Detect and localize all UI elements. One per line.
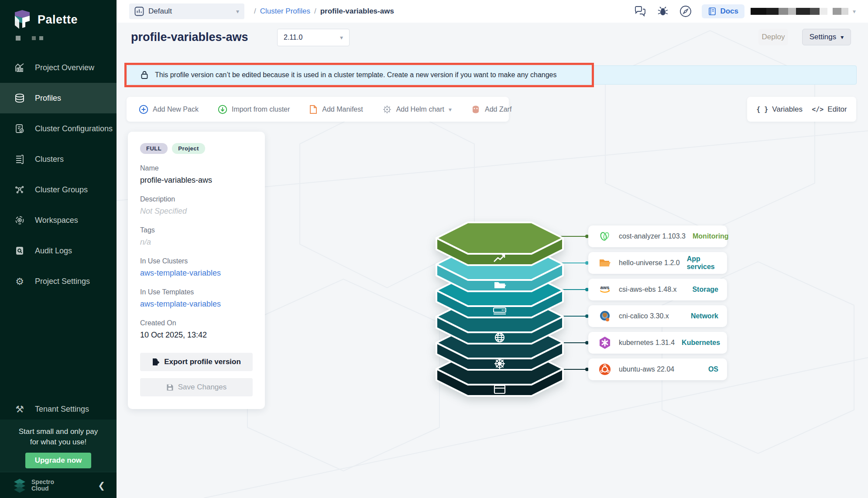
chevron-down-icon: ▾ (236, 8, 239, 15)
field-created-on: Created On 10 Oct 2025, 13:42 (140, 319, 253, 340)
version-value: 2.11.0 (284, 34, 340, 41)
save-changes-button[interactable]: Save Changes (140, 378, 253, 396)
deploy-button[interactable]: Deploy (758, 29, 788, 45)
ubuntu-icon (598, 362, 612, 376)
circle-down-arrow-icon (218, 105, 227, 114)
compass-icon[interactable] (679, 5, 692, 18)
editor-button[interactable]: </> Editor (812, 105, 847, 114)
upgrade-now-button[interactable]: Upgrade now (25, 453, 92, 468)
import-from-cluster-button[interactable]: Import from cluster (218, 105, 290, 114)
redacted-user-info[interactable] (751, 8, 848, 15)
add-zarf-button[interactable]: Add Zarf (471, 105, 511, 114)
search-doc-icon (14, 245, 25, 256)
docs-button[interactable]: Docs (702, 4, 744, 18)
view-toggle-card: { } Variables </> Editor (747, 97, 856, 122)
readonly-notice-banner: This profile version can’t be edited bec… (127, 65, 857, 85)
chat-icon[interactable] (634, 5, 647, 18)
nodes-icon (14, 184, 25, 195)
chevron-down-icon: ▾ (340, 34, 343, 41)
svg-text:aws: aws (600, 285, 610, 290)
file-icon (309, 105, 318, 114)
pack-row-hello-universe[interactable]: hello-universe 1.2.0 App services (588, 252, 727, 274)
sidebar-nav: Project Overview Profiles Cluster Config… (0, 52, 117, 297)
pack-row-ubuntu-aws[interactable]: ubuntu-aws 22.04 OS (588, 358, 727, 380)
settings-button[interactable]: Settings ▾ (802, 29, 851, 45)
kubecost-icon (598, 229, 612, 243)
sidebar-item-label: Tenant Settings (35, 405, 89, 414)
in-use-template-link[interactable]: aws-template-variables (140, 300, 253, 309)
bug-icon[interactable] (656, 5, 669, 18)
pack-row-csi-aws-ebs[interactable]: aws csi-aws-ebs 1.48.x Storage (588, 279, 727, 300)
chevron-down-icon: ▾ (841, 34, 844, 41)
sidebar-item-workspaces[interactable]: Workspaces (0, 205, 117, 235)
sidebar-item-label: Audit Logs (35, 246, 72, 256)
pack-category: Monitoring (693, 232, 729, 240)
helm-wheel-icon (494, 358, 505, 369)
version-selector[interactable]: 2.11.0 ▾ (277, 29, 350, 46)
code-icon: </> (812, 106, 823, 113)
sidebar-item-cluster-configurations[interactable]: Cluster Configurations (0, 113, 117, 144)
doc-check-icon (14, 123, 25, 134)
sidebar: Palette Project Overview Profiles (0, 0, 117, 498)
pack-row-cni-calico[interactable]: cni-calico 3.30.x Network (588, 305, 727, 327)
palette-logo: Palette (13, 10, 78, 30)
promo-text-line2: for what you use! (0, 437, 117, 447)
user-menu-chevron-icon[interactable]: ▾ (853, 8, 856, 15)
add-manifest-button[interactable]: Add Manifest (309, 105, 363, 114)
pack-category: App services (687, 255, 718, 271)
sidebar-item-label: Cluster Configurations (35, 124, 113, 133)
in-use-cluster-link[interactable]: aws-template-variables (140, 269, 253, 278)
settings-label: Settings (810, 33, 836, 41)
pack-category: Storage (692, 286, 718, 293)
variables-button[interactable]: { } Variables (756, 105, 803, 114)
sidebar-item-profiles[interactable]: Profiles (0, 83, 117, 113)
calico-icon (598, 309, 612, 323)
save-icon (166, 384, 174, 391)
sidebar-item-label: Profiles (35, 94, 61, 103)
sidebar-collapse-chevron-icon[interactable]: ❮ (98, 480, 105, 491)
kubernetes-icon (598, 336, 612, 350)
sidebar-item-label: Project Settings (35, 277, 90, 286)
sidebar-item-project-overview[interactable]: Project Overview (0, 52, 117, 83)
chevron-down-icon: ▾ (449, 106, 452, 113)
pack-category: Network (691, 312, 718, 320)
sidebar-item-audit-logs[interactable]: Audit Logs (0, 235, 117, 266)
field-in-use-clusters: In Use Clusters aws-template-variables (140, 257, 253, 278)
breadcrumb-link-cluster-profiles[interactable]: Cluster Profiles (260, 7, 310, 16)
stack-layer-monitoring[interactable] (436, 222, 563, 265)
sidebar-item-project-settings[interactable]: Project Settings (0, 266, 117, 297)
logo-text: Palette (38, 13, 78, 27)
sidebar-item-label: Workspaces (35, 216, 78, 225)
spectro-cloud-logo-icon (12, 478, 27, 493)
add-helm-chart-button[interactable]: Add Helm chart ▾ (382, 105, 452, 114)
breadcrumb-separator: / (254, 7, 256, 16)
sidebar-item-cluster-groups[interactable]: Cluster Groups (0, 174, 117, 205)
palette-app: Palette Project Overview Profiles (0, 0, 868, 498)
export-profile-version-button[interactable]: Export profile version (140, 353, 253, 371)
orbit-icon (14, 215, 25, 226)
profile-type-badge: FULL (140, 143, 168, 154)
docs-label: Docs (720, 7, 738, 16)
tools-icon (14, 403, 25, 415)
breadcrumb-separator: / (314, 7, 316, 16)
pack-category: Kubernetes (682, 339, 720, 347)
bar-chart-icon (14, 62, 25, 73)
page-header: profile-variables-aws 2.11.0 ▾ Deploy Se… (117, 23, 868, 57)
project-chart-icon (134, 7, 144, 16)
pack-toolbar: Add New Pack Import from cluster Add Man… (127, 97, 509, 122)
helm-chart-icon (382, 105, 392, 114)
field-in-use-templates: In Use Templates aws-template-variables (140, 288, 253, 309)
field-name: Name profile-variables-aws (140, 164, 253, 185)
pack-row-kubernetes[interactable]: kubernetes 1.31.4 Kubernetes (588, 332, 727, 354)
file-export-icon (152, 358, 160, 366)
pack-row-cost-analyzer[interactable]: cost-analyzer 1.103.3 Monitoring (588, 225, 727, 247)
page-title: profile-variables-aws (131, 31, 248, 44)
circle-plus-icon (139, 105, 148, 114)
sidebar-item-clusters[interactable]: Clusters (0, 144, 117, 174)
project-selector[interactable]: Default ▾ (129, 3, 244, 19)
add-new-pack-button[interactable]: Add New Pack (139, 105, 199, 114)
project-selector-value: Default (148, 7, 236, 16)
zarf-icon (471, 105, 480, 114)
braces-icon: { } (756, 106, 768, 113)
server-icon (14, 153, 25, 165)
